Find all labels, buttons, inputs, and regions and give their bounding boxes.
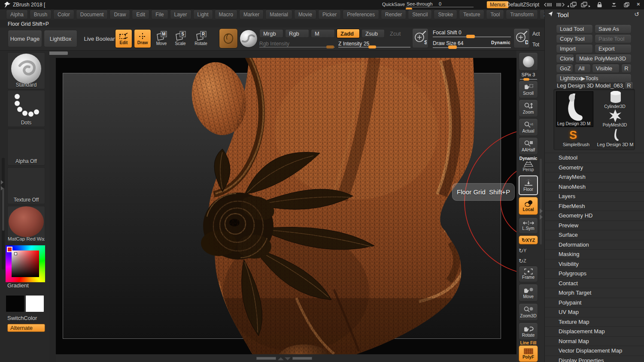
sculpt-model[interactable] (56, 58, 516, 354)
mrgb-button[interactable]: Mrgb (259, 29, 283, 38)
restore-window-icon[interactable] (624, 2, 629, 7)
current-tool-name[interactable]: Leg Design 3D Model_063_ZT (557, 82, 624, 89)
zsub-button[interactable]: Zsub (361, 29, 385, 38)
collapse-right-tray-icon[interactable] (555, 3, 565, 7)
menu-texture[interactable]: Texture (459, 10, 484, 19)
tool-section-subtool[interactable]: Subtool (545, 153, 644, 163)
menu-material[interactable]: Material (265, 10, 292, 19)
tool-section-geometry-hd[interactable]: Geometry HD (545, 211, 644, 220)
rgb-intensity-slider-handle[interactable] (326, 45, 334, 48)
lightbox-button[interactable]: LightBox (44, 30, 77, 47)
collapse-left-tray-icon[interactable] (544, 3, 553, 7)
close-icon[interactable]: × (637, 1, 640, 7)
canvas-scroll-down-icon[interactable] (285, 357, 291, 360)
tool-section-polygroups[interactable]: Polygroups (545, 268, 644, 278)
menu-stencil[interactable]: Stencil (408, 10, 432, 19)
draw-size-slider[interactable] (433, 47, 511, 48)
tray-expand-arrow-icon[interactable] (1, 180, 3, 184)
canvas-hscroll-right[interactable] (292, 357, 312, 360)
home-page-button[interactable]: Home Page (8, 30, 42, 47)
all-button[interactable]: All (574, 64, 591, 73)
tray-expand-arrow-icon[interactable] (1, 186, 3, 190)
rgb-button[interactable]: Rgb (285, 29, 309, 38)
tool-section-deformation[interactable]: Deformation (545, 240, 644, 250)
zoom-button[interactable]: Zoom (519, 100, 538, 117)
save-as-button[interactable]: Save As (595, 24, 632, 33)
clone-button[interactable]: Clone (556, 54, 574, 63)
rgb-intensity-slider[interactable] (259, 47, 335, 48)
zadd-button[interactable]: Zadd (337, 29, 360, 38)
tool-section-arraymesh[interactable]: ArrayMesh (545, 172, 644, 182)
actual-size-button[interactable]: x1 Actual (519, 118, 538, 136)
tray-scrollbar[interactable] (2, 158, 5, 269)
z-intensity-slider-handle[interactable] (368, 45, 376, 48)
tool-section-displacement-map[interactable]: Displacement Map (545, 326, 644, 336)
polyframe-button[interactable]: PolyF (519, 345, 538, 362)
make-polymesh3d-button[interactable]: Make PolyMesh3D (575, 54, 632, 63)
tool-section-display-properties[interactable]: Display Properties (545, 356, 644, 362)
menu-light[interactable]: Light (193, 10, 213, 19)
tool-section-morph-target[interactable]: Morph Target (545, 288, 644, 298)
draw-size-slider-handle[interactable] (448, 45, 457, 49)
tool-section-visibility[interactable]: Visibility (545, 259, 644, 269)
scroll-button[interactable]: Scroll (519, 81, 538, 98)
move-mode-button[interactable]: M Move (153, 31, 170, 46)
quicksave-button[interactable]: QuickSave (382, 2, 405, 7)
tray-resize-handle[interactable] (48, 51, 68, 55)
menu-macro[interactable]: Macro (215, 10, 237, 19)
see-through-label[interactable]: See-through (407, 1, 433, 6)
focal-shift-slider-handle[interactable] (466, 35, 475, 38)
menu-brush[interactable]: Brush (30, 10, 52, 19)
frame-button[interactable]: Frame (519, 266, 538, 282)
edit-mode-button[interactable]: Edit (115, 29, 132, 48)
texture-picker[interactable]: Texture Off (7, 167, 45, 204)
gradient-label[interactable]: Gradient (7, 282, 29, 289)
menu-marker[interactable]: Marker (239, 10, 264, 19)
color-picker[interactable] (6, 245, 45, 282)
secondary-color-swatch[interactable] (25, 295, 44, 312)
goz-button[interactable]: GoZ (556, 64, 573, 73)
zcut-button[interactable]: Zcut (386, 29, 410, 38)
menu-tool[interactable]: Tool (486, 10, 504, 19)
tool-section-texture-map[interactable]: Texture Map (545, 317, 644, 327)
lightbox-tools-button[interactable]: Lightbox▶Tools (556, 74, 632, 83)
menu-file[interactable]: File (151, 10, 168, 19)
menu-draw[interactable]: Draw (109, 10, 130, 19)
stroke-type-picker[interactable]: Dots (7, 90, 45, 127)
active-tool-thumbnail[interactable]: Leg Design 3D M (556, 91, 593, 127)
floor-button[interactable]: ··Y·· Floor (519, 175, 538, 195)
move-3d-button[interactable]: Move (519, 284, 538, 302)
tool-section-preview[interactable]: Preview (545, 220, 644, 230)
menu-picker[interactable]: Picker (318, 10, 341, 19)
shelf-scrollbar[interactable] (540, 159, 542, 244)
zoom3d-button[interactable]: Zoom3D (519, 303, 538, 321)
bpr-render-button[interactable]: BPR (519, 52, 538, 71)
tool-section-uv-map[interactable]: UV Map (545, 307, 644, 317)
panel-reset-icon[interactable]: ↺ (634, 11, 639, 18)
tool-section-vector-displacement-map[interactable]: Vector Displacement Map (545, 346, 644, 356)
see-through-slider[interactable] (406, 7, 474, 7)
lock-icon[interactable] (597, 2, 602, 8)
load-tool-button[interactable]: Load Tool (556, 24, 593, 33)
spix-slider[interactable]: SPix 3 (519, 72, 538, 81)
alternate-button[interactable]: Alternate (7, 324, 45, 332)
aahalf-button[interactable]: AAHalf (519, 137, 538, 155)
cylinder3d-tool[interactable]: Cylinder3D (602, 90, 628, 109)
switch-color-button[interactable]: SwitchColor (7, 315, 37, 321)
draw-mode-button[interactable]: Draw (134, 29, 151, 48)
menu-document[interactable]: Document (76, 10, 108, 19)
menu-alpha[interactable]: Alpha (6, 10, 28, 19)
minimize-icon[interactable] (611, 2, 617, 7)
menu-edit[interactable]: Edit (132, 10, 149, 19)
scale-mode-button[interactable]: S Scale (172, 31, 189, 46)
live-boolean-button[interactable]: Live Boolean (80, 30, 120, 47)
tool-section-polypaint[interactable]: Polypaint (545, 298, 644, 308)
menu-preferences[interactable]: Preferences (343, 10, 379, 19)
tool-section-nanomesh[interactable]: NanoMesh (545, 182, 644, 192)
lsym-button[interactable]: L.Sym (519, 217, 538, 234)
paste-tool-button[interactable]: Paste Tool (595, 34, 632, 43)
move-panel-right-icon[interactable] (580, 2, 591, 8)
default-zscript-button[interactable]: DefaultZScript (507, 2, 539, 8)
tool-section-fibermesh[interactable]: FiberMesh (545, 201, 644, 211)
canvas-hscroll-left[interactable] (256, 357, 276, 360)
